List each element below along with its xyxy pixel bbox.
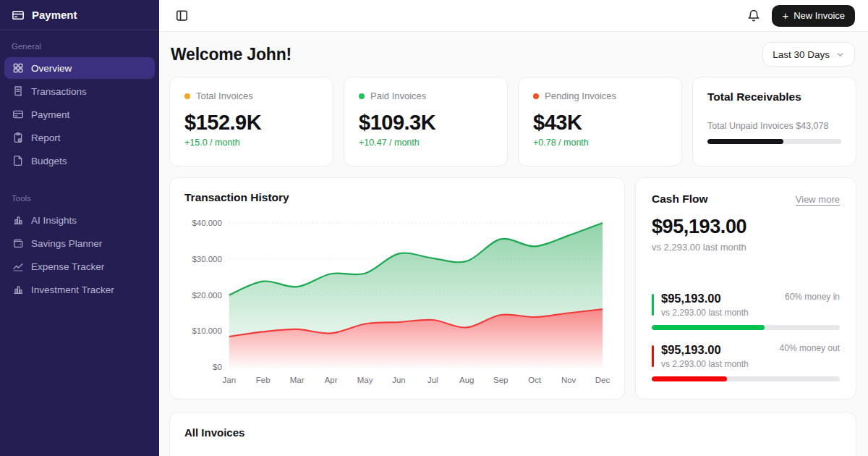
stat-value: $109.3K: [359, 111, 493, 135]
app-title: Payment: [32, 9, 77, 21]
cash-flow-row-money-in: $95,193.00 vs 2,293.00 last month 60% mo…: [652, 292, 840, 330]
svg-text:Nov: Nov: [561, 376, 576, 384]
svg-text:Dec: Dec: [595, 376, 610, 384]
sidebar-item-label: Transactions: [31, 86, 87, 97]
accent-bar: [652, 294, 654, 316]
row-percent-label: 60% money in: [785, 292, 840, 302]
document-icon: [12, 155, 24, 166]
sidebar-item-label: Savings Planner: [31, 238, 102, 249]
row-amount: $95,193.00: [661, 343, 749, 357]
transaction-history-card: Transaction History $40.000$30.000$20.00…: [169, 177, 625, 400]
stat-card-total-invoices: Total Invoices $152.9K +15.0 / month: [169, 77, 333, 166]
cash-flow-card: Cash Flow View more $95,193.00 vs 2,293.…: [635, 177, 856, 400]
status-dot: [359, 93, 365, 99]
svg-text:Jul: Jul: [427, 376, 438, 384]
svg-text:$0: $0: [213, 363, 222, 371]
sidebar-item-overview[interactable]: Overview: [4, 57, 155, 79]
sidebar: Payment General Overview Transactions Pa…: [0, 0, 159, 456]
sidebar-item-label: Budgets: [31, 156, 67, 166]
status-dot: [184, 93, 190, 99]
svg-text:Jun: Jun: [392, 376, 405, 384]
app-brand: Payment: [0, 0, 159, 30]
notifications-button[interactable]: [747, 9, 760, 22]
svg-text:Mar: Mar: [290, 376, 305, 384]
receipt-icon: [12, 85, 24, 97]
sidebar-item-expense-tracker[interactable]: Expense Tracker: [4, 256, 155, 277]
sidebar-item-report[interactable]: Report: [4, 127, 155, 148]
grid-icon: [12, 62, 24, 74]
svg-text:$20.000: $20.000: [192, 291, 221, 300]
stat-card-pending-invoices: Pending Invoices $43K +0.78 / month: [518, 77, 682, 166]
new-invoice-button[interactable]: + New Invoice: [772, 5, 855, 27]
card-title: All Invoices: [184, 426, 841, 439]
line-chart-icon: [12, 261, 24, 272]
receivables-subtitle: Total Unpaid Invoices $43,078: [707, 121, 841, 131]
sidebar-item-ai-insights[interactable]: AI Insights: [4, 209, 155, 231]
bell-icon: [747, 9, 760, 22]
wallet-icon: [12, 237, 24, 249]
card-title: Total Receivables: [707, 90, 841, 104]
svg-text:Sep: Sep: [493, 376, 508, 384]
transaction-history-chart: $40.000$30.000$20.000$10.000$0JanFebMarA…: [184, 214, 610, 387]
money-out-progress-fill: [652, 376, 727, 381]
money-in-progress-track: [652, 325, 840, 330]
stat-delta: +15.0 / month: [184, 138, 318, 148]
svg-text:Feb: Feb: [256, 376, 271, 384]
stat-delta: +10.47 / month: [359, 138, 493, 148]
bar-chart-icon: [12, 214, 24, 226]
stat-label: Total Invoices: [196, 90, 253, 101]
date-range-select[interactable]: Last 30 Days: [762, 42, 855, 67]
svg-text:Apr: Apr: [325, 376, 338, 384]
svg-text:$40.000: $40.000: [192, 219, 221, 227]
row-compare: vs 2,293.00 last month: [661, 308, 749, 318]
bar-chart-icon: [12, 284, 24, 295]
card-icon: [12, 109, 24, 120]
money-out-progress-track: [652, 376, 840, 381]
sidebar-item-label: Payment: [31, 109, 69, 120]
svg-text:May: May: [357, 376, 373, 384]
cash-flow-compare: vs 2,293.00 last month: [652, 242, 840, 253]
receivables-progress-track: [707, 139, 841, 144]
view-more-link[interactable]: View more: [796, 194, 840, 205]
stat-label: Paid Invoices: [370, 90, 426, 101]
svg-text:Oct: Oct: [528, 376, 542, 384]
sidebar-item-transactions[interactable]: Transactions: [4, 80, 155, 102]
svg-text:Aug: Aug: [459, 376, 474, 384]
svg-text:$30.000: $30.000: [192, 255, 221, 263]
cash-flow-row-money-out: $95,193.00 vs 2,293.00 last month 40% mo…: [652, 343, 840, 381]
card-title: Cash Flow: [652, 193, 708, 206]
sidebar-item-savings-planner[interactable]: Savings Planner: [4, 232, 155, 254]
stat-value: $152.9K: [184, 111, 318, 135]
page-title: Welcome John!: [171, 45, 292, 64]
sidebar-item-label: Investment Tracker: [31, 284, 114, 295]
sidebar-item-label: Expense Tracker: [31, 261, 104, 272]
sidebar-section-general: General: [0, 30, 159, 56]
svg-text:Jan: Jan: [223, 376, 236, 384]
sidebar-item-payment[interactable]: Payment: [4, 104, 155, 125]
topbar: + New Invoice: [159, 0, 868, 32]
status-dot: [533, 93, 539, 99]
receivables-progress-fill: [707, 139, 783, 144]
sidebar-item-investment-tracker[interactable]: Investment Tracker: [4, 279, 155, 300]
panel-left-icon: [175, 9, 189, 22]
row-percent-label: 40% money out: [780, 343, 840, 353]
cash-flow-total: $95,193.00: [652, 216, 840, 238]
stat-card-total-receivables: Total Receivables Total Unpaid Invoices …: [692, 77, 856, 166]
clipboard-icon: [12, 132, 24, 143]
card-icon: [12, 9, 25, 22]
sidebar-section-tools: Tools: [0, 182, 159, 208]
sidebar-toggle-button[interactable]: [175, 9, 189, 22]
sidebar-item-label: Report: [31, 132, 61, 143]
money-in-progress-fill: [652, 325, 765, 330]
row-amount: $95,193.00: [661, 292, 749, 305]
stat-delta: +0.78 / month: [533, 138, 667, 148]
sidebar-item-budgets[interactable]: Budgets: [4, 150, 155, 172]
accent-bar: [652, 345, 654, 367]
svg-text:$10.000: $10.000: [192, 326, 221, 335]
sidebar-item-label: AI Insights: [31, 215, 77, 226]
row-compare: vs 2,293.00 last month: [661, 359, 749, 369]
all-invoices-card: All Invoices: [169, 412, 856, 456]
main-content: Welcome John! Last 30 Days Total Invoice…: [159, 32, 868, 456]
card-title: Transaction History: [184, 191, 610, 204]
stat-label: Pending Invoices: [545, 90, 616, 101]
